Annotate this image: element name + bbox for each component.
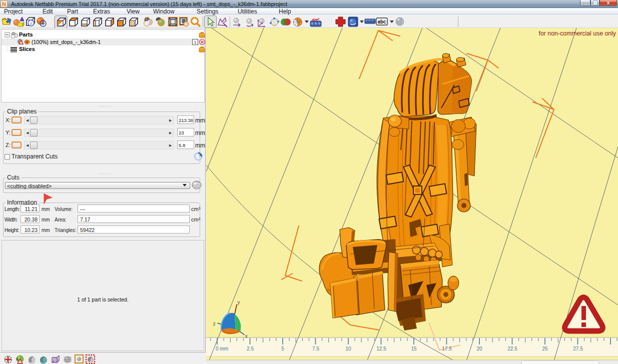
svg-text:7.5: 7.5 bbox=[312, 346, 319, 352]
svg-text:5: 5 bbox=[281, 346, 284, 352]
svg-text:!: ! bbox=[21, 42, 21, 44]
svg-text:x: x bbox=[245, 333, 248, 339]
svg-text:15: 15 bbox=[411, 346, 417, 352]
svg-text:y: y bbox=[237, 299, 240, 305]
svg-text:abc: abc bbox=[377, 19, 386, 24]
svg-text:2.5: 2.5 bbox=[247, 346, 254, 352]
svg-text:22.5: 22.5 bbox=[507, 346, 517, 352]
svg-text:27.5: 27.5 bbox=[573, 346, 583, 352]
svg-text:0 mm: 0 mm bbox=[216, 346, 228, 352]
svg-text:for non-commercial use only: for non-commercial use only bbox=[539, 30, 616, 37]
svg-text:!: ! bbox=[20, 360, 21, 364]
svg-text:10: 10 bbox=[345, 346, 351, 352]
svg-text:25: 25 bbox=[542, 346, 548, 352]
svg-text:20: 20 bbox=[476, 346, 482, 352]
svg-text:17.5: 17.5 bbox=[442, 346, 452, 352]
svg-text:€: € bbox=[16, 356, 19, 362]
svg-text:z: z bbox=[213, 320, 216, 326]
svg-text:1: 1 bbox=[194, 40, 197, 44]
svg-text:12.5: 12.5 bbox=[376, 346, 386, 352]
